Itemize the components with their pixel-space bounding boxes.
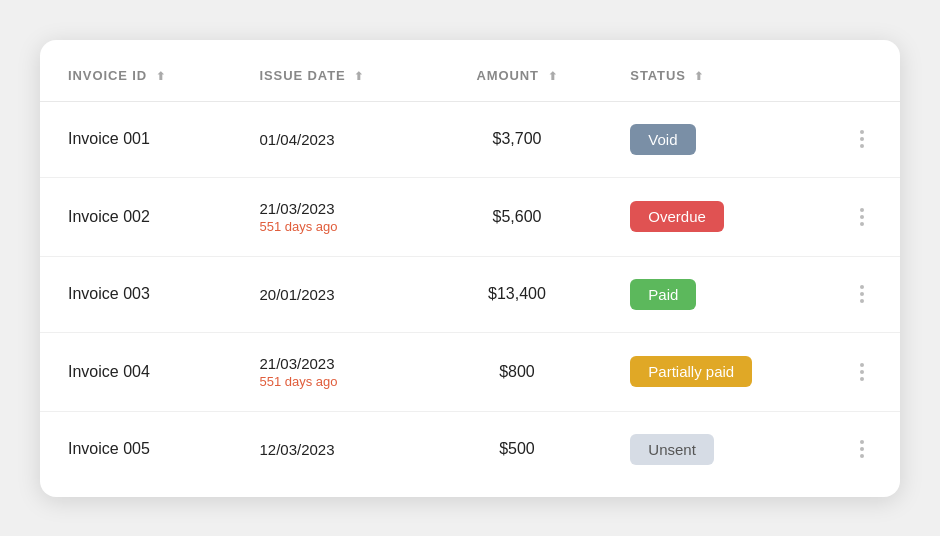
amount-value: $500 — [499, 440, 535, 457]
amount-value: $5,600 — [492, 208, 541, 225]
dot-icon — [860, 440, 864, 444]
dot-icon — [860, 363, 864, 367]
dot-icon — [860, 447, 864, 451]
dot-icon — [860, 370, 864, 374]
col-header-actions — [824, 50, 900, 102]
amount-value: $3,700 — [492, 130, 541, 147]
dot-icon — [860, 292, 864, 296]
cell-amount: $3,700 — [432, 101, 603, 177]
invoice-id-value: Invoice 001 — [68, 130, 150, 147]
invoice-table-card: INVOICE ID ⬆ ISSUE DATE ⬆ AMOUNT ⬆ STATU… — [40, 40, 900, 497]
cell-issue-date: 21/03/2023551 days ago — [231, 332, 431, 411]
amount-value: $13,400 — [488, 285, 546, 302]
dot-icon — [860, 208, 864, 212]
issue-date-sub: 551 days ago — [259, 219, 403, 234]
table-row: Invoice 00320/01/2023$13,400Paid — [40, 256, 900, 332]
dot-icon — [860, 454, 864, 458]
issue-date-main: 12/03/2023 — [259, 441, 403, 458]
cell-invoice-id: Invoice 005 — [40, 411, 231, 487]
sort-icon-issue-date[interactable]: ⬆ — [354, 70, 364, 83]
status-badge-partially-paid: Partially paid — [630, 356, 752, 387]
invoice-id-value: Invoice 005 — [68, 440, 150, 457]
dot-icon — [860, 215, 864, 219]
table-row: Invoice 00421/03/2023551 days ago$800Par… — [40, 332, 900, 411]
cell-issue-date: 20/01/2023 — [231, 256, 431, 332]
amount-value: $800 — [499, 363, 535, 380]
dot-icon — [860, 130, 864, 134]
sort-icon-status[interactable]: ⬆ — [694, 70, 704, 83]
status-badge-overdue: Overdue — [630, 201, 724, 232]
table-row: Invoice 00101/04/2023$3,700Void — [40, 101, 900, 177]
sort-icon-invoice-id[interactable]: ⬆ — [156, 70, 166, 83]
cell-status: Partially paid — [602, 332, 824, 411]
table-row: Invoice 00221/03/2023551 days ago$5,600O… — [40, 177, 900, 256]
cell-actions — [824, 101, 900, 177]
cell-status: Paid — [602, 256, 824, 332]
row-actions-button[interactable] — [852, 436, 872, 462]
row-actions-button[interactable] — [852, 281, 872, 307]
cell-actions — [824, 177, 900, 256]
cell-amount: $500 — [432, 411, 603, 487]
cell-status: Overdue — [602, 177, 824, 256]
cell-amount: $800 — [432, 332, 603, 411]
issue-date-sub: 551 days ago — [259, 374, 403, 389]
invoice-id-value: Invoice 004 — [68, 363, 150, 380]
col-header-amount-label: AMOUNT — [476, 68, 539, 83]
cell-actions — [824, 411, 900, 487]
dot-icon — [860, 222, 864, 226]
dot-icon — [860, 144, 864, 148]
invoice-id-value: Invoice 003 — [68, 285, 150, 302]
issue-date-main: 21/03/2023 — [259, 200, 403, 217]
cell-amount: $13,400 — [432, 256, 603, 332]
col-header-status: STATUS ⬆ — [602, 50, 824, 102]
table-header-row: INVOICE ID ⬆ ISSUE DATE ⬆ AMOUNT ⬆ STATU… — [40, 50, 900, 102]
issue-date-main: 21/03/2023 — [259, 355, 403, 372]
cell-actions — [824, 256, 900, 332]
dot-icon — [860, 137, 864, 141]
cell-invoice-id: Invoice 001 — [40, 101, 231, 177]
dot-icon — [860, 299, 864, 303]
cell-issue-date: 21/03/2023551 days ago — [231, 177, 431, 256]
cell-actions — [824, 332, 900, 411]
col-header-issue-date-label: ISSUE DATE — [259, 68, 345, 83]
issue-date-main: 20/01/2023 — [259, 286, 403, 303]
invoice-id-value: Invoice 002 — [68, 208, 150, 225]
sort-icon-amount[interactable]: ⬆ — [548, 70, 558, 83]
issue-date-main: 01/04/2023 — [259, 131, 403, 148]
col-header-status-label: STATUS — [630, 68, 686, 83]
cell-invoice-id: Invoice 002 — [40, 177, 231, 256]
cell-invoice-id: Invoice 003 — [40, 256, 231, 332]
status-badge-void: Void — [630, 124, 695, 155]
status-badge-unsent: Unsent — [630, 434, 714, 465]
cell-amount: $5,600 — [432, 177, 603, 256]
table-row: Invoice 00512/03/2023$500Unsent — [40, 411, 900, 487]
col-header-issue-date: ISSUE DATE ⬆ — [231, 50, 431, 102]
col-header-amount: AMOUNT ⬆ — [432, 50, 603, 102]
cell-status: Void — [602, 101, 824, 177]
cell-issue-date: 12/03/2023 — [231, 411, 431, 487]
cell-invoice-id: Invoice 004 — [40, 332, 231, 411]
col-header-invoice-id-label: INVOICE ID — [68, 68, 147, 83]
dot-icon — [860, 285, 864, 289]
row-actions-button[interactable] — [852, 204, 872, 230]
row-actions-button[interactable] — [852, 126, 872, 152]
cell-issue-date: 01/04/2023 — [231, 101, 431, 177]
dot-icon — [860, 377, 864, 381]
col-header-invoice-id: INVOICE ID ⬆ — [40, 50, 231, 102]
status-badge-paid: Paid — [630, 279, 696, 310]
invoice-table: INVOICE ID ⬆ ISSUE DATE ⬆ AMOUNT ⬆ STATU… — [40, 50, 900, 487]
cell-status: Unsent — [602, 411, 824, 487]
row-actions-button[interactable] — [852, 359, 872, 385]
